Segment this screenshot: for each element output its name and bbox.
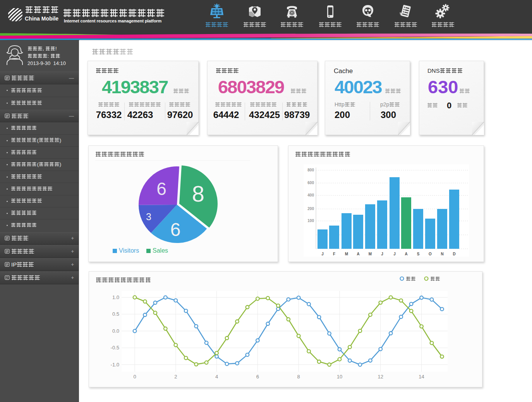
- svg-text:3: 3: [146, 211, 151, 222]
- svg-text:A: A: [405, 252, 407, 256]
- svg-text:100: 100: [307, 219, 314, 223]
- svg-text:-1.0: -1.0: [111, 362, 119, 368]
- svg-text:6: 6: [256, 374, 259, 380]
- svg-text:10: 10: [337, 374, 342, 380]
- svg-text:J: J: [321, 252, 324, 256]
- svg-text:0.5: 0.5: [112, 311, 119, 317]
- svg-text:8: 8: [297, 374, 300, 380]
- svg-text:200: 200: [307, 207, 314, 211]
- svg-text:800: 800: [307, 168, 314, 172]
- svg-text:12: 12: [378, 374, 383, 380]
- svg-text:0: 0: [133, 374, 136, 380]
- svg-text:O: O: [429, 252, 432, 256]
- svg-text:2: 2: [174, 374, 177, 380]
- svg-text:6: 6: [170, 219, 181, 240]
- svg-text:400: 400: [307, 193, 314, 197]
- svg-text:S: S: [417, 252, 420, 256]
- svg-text:600: 600: [307, 181, 314, 185]
- svg-text:F: F: [333, 252, 335, 256]
- svg-text:M: M: [369, 252, 372, 256]
- svg-text:N: N: [441, 252, 443, 256]
- svg-text:J: J: [381, 252, 383, 256]
- svg-text:-0.5: -0.5: [111, 345, 119, 351]
- svg-text:D: D: [453, 252, 455, 256]
- svg-text:4: 4: [215, 374, 218, 380]
- svg-text:M: M: [345, 252, 348, 256]
- svg-text:1.0: 1.0: [112, 294, 119, 300]
- svg-text:A: A: [357, 252, 359, 256]
- svg-text:J: J: [393, 252, 396, 256]
- svg-text:14: 14: [419, 374, 424, 380]
- svg-text:6: 6: [156, 179, 166, 199]
- svg-text:8: 8: [192, 181, 204, 206]
- svg-text:0.0: 0.0: [112, 328, 119, 334]
